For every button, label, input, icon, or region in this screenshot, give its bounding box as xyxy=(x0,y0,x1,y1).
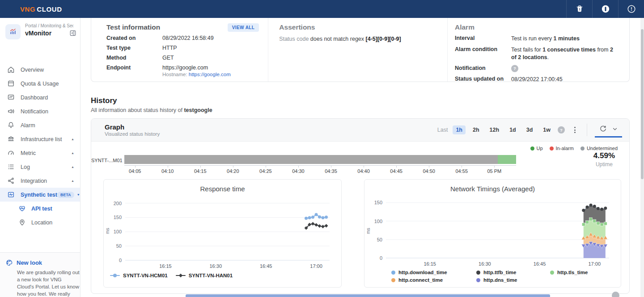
sidebar-item-label: Integration xyxy=(21,178,71,184)
sidebar-subitem-location[interactable]: Location xyxy=(0,215,80,229)
sidebar-item-label: Alarm xyxy=(21,122,74,129)
assertion-value: [4-5][0-9][0-9] xyxy=(366,36,401,42)
svg-text:16:15: 16:15 xyxy=(424,261,436,267)
graph-header: Graph Visualized status history Last 1h … xyxy=(91,119,629,142)
range-1w[interactable]: 1w xyxy=(540,125,554,134)
hostname-link[interactable]: https://google.com xyxy=(189,72,231,77)
megaphone-icon xyxy=(7,108,15,116)
network-timings-chart-card: Network Timings (Averaged) ms 0501001501… xyxy=(364,179,621,288)
row-label: Method xyxy=(106,55,162,61)
range-help-icon[interactable]: ? xyxy=(558,126,565,133)
row-value: GET xyxy=(162,55,174,61)
response-time-chart-card: Response time ms 05010015020016:1516:301… xyxy=(103,179,342,288)
row-label: Notification xyxy=(455,65,511,72)
refresh-icon xyxy=(599,125,607,133)
sidebar-item-label: Notification xyxy=(21,108,74,115)
legend-ttfb-time: http.ttfb_time xyxy=(476,270,550,275)
row-label: Status updated on xyxy=(455,76,511,83)
sidebar-item-label: Overview xyxy=(21,67,74,73)
top-bar: VNG CLOUD 1 ! xyxy=(0,0,644,18)
refresh-control[interactable] xyxy=(595,122,622,138)
trash-button[interactable]: 1 xyxy=(566,0,592,18)
legend-han01: SYNTT-VN-HAN01 xyxy=(176,273,233,278)
range-12h[interactable]: 12h xyxy=(487,125,503,134)
bell-icon xyxy=(7,121,15,129)
collapse-arrow-icon: ▲ xyxy=(71,138,74,141)
svg-text:!: ! xyxy=(631,7,632,12)
sidebar-item-integration[interactable]: Integration ▲ xyxy=(0,174,80,188)
row-label: Alarm condition xyxy=(455,46,511,61)
sidebar-subitem-label: Location xyxy=(31,220,80,226)
scrollbar-track[interactable] xyxy=(640,18,644,297)
next-section-edge xyxy=(186,294,550,297)
new-look-body: We are gradually rolling out a new look … xyxy=(17,269,80,297)
view-all-button[interactable]: VIEW ALL xyxy=(228,23,259,32)
sidebar-header: Portal / Monitoring & Sec vMonitor xyxy=(0,18,80,45)
sidebar-item-notification[interactable]: Notification xyxy=(0,104,80,118)
sidebar-item-dashboard[interactable]: Dashboard xyxy=(0,90,80,104)
alarm-section: Alarm Interval Test is run every 1 minut… xyxy=(447,18,629,82)
history-subtitle: All information about status history of … xyxy=(91,107,212,113)
legend-up: Up xyxy=(530,146,543,151)
row-label: Endpoint xyxy=(106,65,162,77)
legend-hcm01: SYNTT-VN-HCM01 xyxy=(110,273,168,278)
assertions-section: Assertions Status code does not match re… xyxy=(268,18,447,82)
assertion-operator: does not match regex xyxy=(310,36,364,42)
new-look-title: New look xyxy=(17,259,42,266)
status-timeline: Up In-alarm Undetermined SYNTT-...M01 04… xyxy=(91,142,629,179)
row-value: 08/29/2022 17:00:45 xyxy=(511,76,619,83)
legend-in-alarm: In-alarm xyxy=(550,146,574,151)
svg-text:0: 0 xyxy=(119,258,122,263)
legend-download-time: http.download_time xyxy=(391,270,476,275)
sidebar-subitem-api-test[interactable]: API test xyxy=(0,202,80,215)
dashboard-icon xyxy=(7,94,15,102)
sidebar-item-quota-usage[interactable]: Quota & Usage xyxy=(0,77,80,90)
expand-arrow-icon: ▼ xyxy=(77,193,80,196)
floating-button-partial[interactable] xyxy=(612,292,619,297)
alerts-button[interactable]: ! xyxy=(618,0,644,18)
network-timings-chart: 05010015016:1516:3016:4517:00 xyxy=(364,194,622,270)
sidebar-item-synthetic-test[interactable]: Synthetic test BETA ▼ xyxy=(0,188,80,202)
uptime-summary: 4.59% Uptime xyxy=(593,151,615,168)
range-1h[interactable]: 1h xyxy=(453,125,466,134)
row-label: Test type xyxy=(106,45,162,51)
uptime-value: 4.59% xyxy=(593,151,615,160)
sidebar-item-label: Dashboard xyxy=(21,95,74,101)
more-options-button[interactable] xyxy=(571,125,579,135)
sidebar-item-infrastructure-list[interactable]: Infrastructure list ▲ xyxy=(0,132,80,146)
timeline-row-label: SYNTT-...M01 xyxy=(91,158,122,163)
range-2h[interactable]: 2h xyxy=(470,125,483,134)
sidebar-item-overview[interactable]: Overview xyxy=(0,63,80,77)
status-axis: 04:0504:1004:1504:2004:2504:3004:3504:40… xyxy=(124,165,516,175)
range-3d[interactable]: 3d xyxy=(523,125,536,134)
sidebar-item-alarm[interactable]: Alarm xyxy=(0,118,80,132)
sidebar-item-metric[interactable]: Metric ▲ xyxy=(0,146,80,160)
breadcrumb[interactable]: Portal / Monitoring & Sec xyxy=(25,23,73,28)
scrollbar-thumb[interactable] xyxy=(641,29,644,179)
legend-connect-time: http.connect_time xyxy=(391,277,476,283)
divider xyxy=(587,124,587,136)
log-list-icon xyxy=(7,163,15,171)
legend-tls-time: http.tls_time xyxy=(550,270,621,275)
section-title: Alarm xyxy=(455,23,619,31)
help-icon[interactable]: ? xyxy=(511,65,518,72)
range-1d[interactable]: 1d xyxy=(506,125,519,134)
svg-text:17:00: 17:00 xyxy=(310,263,322,269)
y-axis-label: ms xyxy=(366,228,371,234)
svg-text:16:45: 16:45 xyxy=(260,263,272,269)
infrastructure-icon xyxy=(7,135,15,143)
synthetic-test-icon xyxy=(7,191,15,199)
logo-vng: VNG xyxy=(20,5,35,13)
hostname-label: Hostname: xyxy=(162,72,187,77)
sidebar-collapse-button[interactable] xyxy=(69,30,76,39)
beta-badge: BETA xyxy=(57,192,74,198)
svg-text:150: 150 xyxy=(374,200,382,205)
sidebar-item-log[interactable]: Log ▲ xyxy=(0,160,80,174)
sidebar-nav: Overview Quota & Usage Dashboard Notific… xyxy=(0,63,80,229)
vng-cloud-logo[interactable]: VNG CLOUD xyxy=(20,5,62,13)
account-button[interactable] xyxy=(592,0,618,18)
topbar-actions: 1 ! xyxy=(566,0,644,18)
response-time-chart: 05010015020016:1516:3016:4517:00 xyxy=(104,194,342,272)
svg-text:16:45: 16:45 xyxy=(534,261,546,267)
app-title: vMonitor xyxy=(25,30,51,37)
